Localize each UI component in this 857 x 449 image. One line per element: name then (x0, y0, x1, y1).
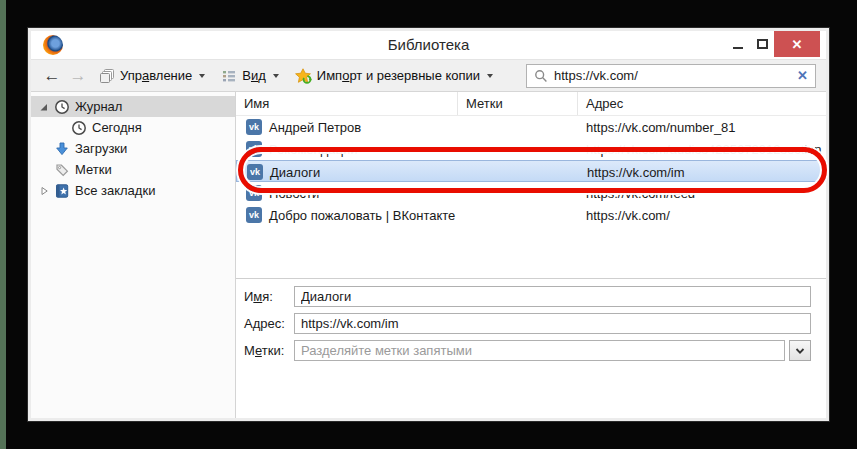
bookmarks-book-icon (54, 183, 70, 199)
table-row[interactable]: vk Андрей Петров https://vk.com/number_8… (236, 116, 826, 138)
row-name: Диалоги (270, 165, 320, 180)
download-icon (54, 141, 70, 157)
maximize-icon (757, 39, 768, 49)
organize-icon (99, 68, 115, 84)
sidebar-item-downloads[interactable]: Загрузки (31, 138, 235, 159)
back-button[interactable]: ← (41, 67, 63, 84)
table-row[interactable]: vk Новости https://vk.com/feed (236, 182, 826, 204)
bookmark-list-pane: Имя Метки Адрес vk Андрей Петров https:/… (236, 92, 826, 418)
chevron-down-icon (487, 74, 493, 78)
name-field-row: Имя: (236, 286, 826, 308)
table-row[interactable]: vk Рекомендации https://vk.com/audios422… (236, 138, 826, 160)
chevron-down-icon (273, 74, 279, 78)
library-body: Журнал Сегодня Загрузки Метки (31, 92, 826, 418)
table-header: Имя Метки Адрес (236, 92, 826, 116)
minimize-button[interactable] (726, 31, 750, 57)
search-box: ✕ (526, 64, 816, 88)
desktop-background-strip (0, 0, 6, 449)
vk-favicon: vk (247, 164, 263, 180)
tags-dropdown-button[interactable] (789, 340, 811, 361)
vk-favicon: vk (246, 141, 262, 157)
clock-icon (54, 99, 70, 115)
sidebar-item-label: Метки (75, 162, 112, 177)
import-backup-menu-button[interactable]: Импорт и резервные копии (289, 64, 499, 88)
name-field-label: Имя: (244, 289, 273, 304)
sidebar-item-today[interactable]: Сегодня (31, 117, 235, 138)
sidebar-item-label: Загрузки (75, 141, 127, 156)
vk-favicon: vk (246, 185, 262, 201)
search-icon (534, 69, 548, 83)
row-name: Андрей Петров (269, 120, 361, 135)
expander-expanded-icon[interactable] (39, 102, 49, 112)
chevron-down-icon (793, 345, 807, 357)
view-menu-button[interactable]: Вид (215, 64, 285, 88)
import-backup-label: Импорт и резервные копии (317, 68, 480, 83)
expander-collapsed-icon[interactable] (39, 186, 49, 196)
close-button[interactable]: ✕ (774, 31, 820, 57)
library-window: Библиотека ✕ ← → Управление (28, 28, 829, 421)
vk-favicon: vk (246, 207, 262, 223)
chevron-down-icon (199, 74, 205, 78)
clock-icon (71, 120, 87, 136)
close-icon: ✕ (792, 37, 803, 52)
row-url: https://vk.com/im (587, 165, 685, 180)
clear-search-button[interactable]: ✕ (797, 69, 808, 82)
address-field-row: Адрес: (236, 313, 826, 335)
tags-field-row: Метки: (236, 340, 826, 362)
titlebar[interactable]: Библиотека ✕ (31, 31, 826, 59)
row-url: https://vk.com/ (586, 208, 670, 223)
toolbar: ← → Управление Вид (31, 59, 826, 92)
row-name: Новости (269, 186, 319, 201)
search-input[interactable] (554, 68, 791, 83)
tag-icon (54, 162, 70, 178)
vk-favicon: vk (246, 119, 262, 135)
sidebar-item-label: Журнал (75, 99, 122, 114)
sidebar-item-label: Все закладки (75, 183, 155, 198)
screenshot-root: Библиотека ✕ ← → Управление (0, 0, 857, 449)
sidebar-item-tags[interactable]: Метки (31, 159, 235, 180)
column-header-tags[interactable]: Метки (458, 92, 578, 115)
row-name: Рекомендации (269, 142, 358, 157)
organize-label: Управление (120, 68, 192, 83)
bookmark-list: vk Андрей Петров https://vk.com/number_8… (236, 116, 826, 226)
row-url: https://vk.com/audios4225672912section (586, 142, 822, 157)
maximize-button[interactable] (750, 31, 774, 57)
row-name: Добро пожаловать | ВКонтакте (269, 208, 455, 223)
window-controls: ✕ (726, 31, 820, 57)
column-header-name[interactable]: Имя (236, 92, 458, 115)
sidebar-item-all-bookmarks[interactable]: Все закладки (31, 180, 235, 201)
row-url: https://vk.com/number_81 (586, 120, 736, 135)
name-field[interactable] (294, 286, 811, 307)
address-field[interactable] (294, 313, 811, 334)
column-header-address[interactable]: Адрес (578, 92, 826, 115)
sidebar-item-label: Сегодня (92, 120, 142, 135)
view-label: Вид (242, 68, 266, 83)
organize-menu-button[interactable]: Управление (93, 64, 211, 88)
minimize-icon (733, 47, 743, 49)
row-url: https://vk.com/feed (586, 186, 695, 201)
window-title: Библиотека (31, 36, 826, 53)
import-backup-icon (295, 68, 312, 84)
view-icon (221, 68, 237, 84)
tags-field[interactable] (294, 340, 785, 361)
tags-field-label: Метки: (244, 343, 284, 358)
sidebar-item-history[interactable]: Журнал (31, 96, 235, 117)
details-pane: Имя: Адрес: Метки: (236, 278, 826, 418)
table-row-selected[interactable]: vk Диалоги https://vk.com/im (236, 160, 826, 182)
address-field-label: Адрес: (244, 316, 285, 331)
table-row[interactable]: vk Добро пожаловать | ВКонтакте https://… (236, 204, 826, 226)
sidebar: Журнал Сегодня Загрузки Метки (31, 92, 236, 418)
forward-button[interactable]: → (67, 67, 89, 84)
